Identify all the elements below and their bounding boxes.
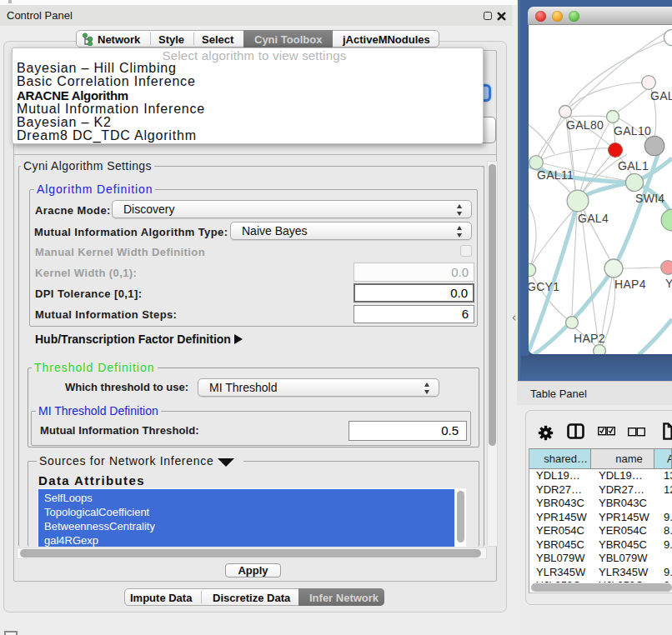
svg-text:GCY1: GCY1 xyxy=(529,280,559,293)
svg-text:Y: Y xyxy=(665,277,672,290)
svg-text:GAL1: GAL1 xyxy=(618,159,649,172)
svg-text:HAP2: HAP2 xyxy=(574,332,605,345)
svg-text:GAL10: GAL10 xyxy=(614,124,651,138)
svg-text:GAL11: GAL11 xyxy=(537,168,574,182)
svg-text:GAL: GAL xyxy=(650,89,672,102)
svg-text:SWI4: SWI4 xyxy=(635,192,664,205)
svg-text:GAL4: GAL4 xyxy=(578,212,609,225)
svg-text:HAP4: HAP4 xyxy=(614,278,646,291)
svg-text:GAL80: GAL80 xyxy=(566,118,604,132)
